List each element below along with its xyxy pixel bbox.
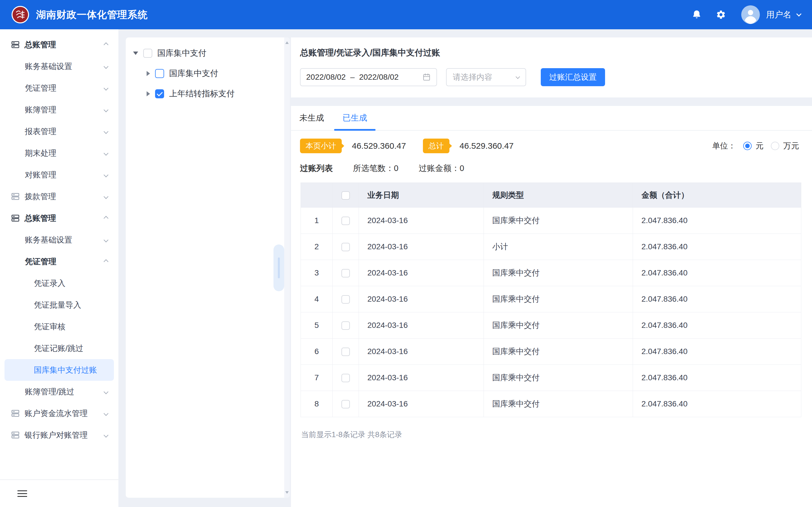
sidebar-item-12[interactable]: 凭证批量导入 bbox=[4, 294, 114, 316]
row-checkbox[interactable] bbox=[342, 243, 350, 251]
chevron-down-icon bbox=[104, 172, 109, 177]
unit-option-wanyuan[interactable]: 万元 bbox=[783, 140, 799, 151]
tree-panel: 国库集中支付国库集中支付上年结转指标支付 bbox=[126, 38, 290, 498]
row-checkbox[interactable] bbox=[342, 217, 350, 225]
sidebar-item-5[interactable]: 期末处理 bbox=[4, 142, 114, 164]
row-amount: 2.047.836.40 bbox=[633, 391, 801, 417]
tree-node-0: 国库集中支付 bbox=[126, 43, 290, 63]
menu-stack-icon bbox=[11, 192, 20, 201]
tree-caret-right-icon[interactable] bbox=[147, 71, 150, 76]
breadcrumb: 总账管理/凭证录入/国库集中支付过账 bbox=[300, 47, 801, 59]
chevron-down-icon[interactable] bbox=[796, 11, 801, 16]
tree-node-label[interactable]: 国库集中支付 bbox=[169, 68, 218, 79]
select-all-checkbox[interactable] bbox=[342, 191, 350, 200]
row-amount: 2.047.836.40 bbox=[633, 365, 801, 391]
row-select-cell bbox=[333, 286, 359, 313]
sidebar-item-3[interactable]: 账簿管理 bbox=[4, 99, 114, 121]
row-amount: 2.047.836.40 bbox=[633, 286, 801, 313]
chevron-down-icon bbox=[516, 74, 520, 79]
panel-drag-handle[interactable] bbox=[273, 244, 284, 291]
sidebar-item-10[interactable]: 凭证管理 bbox=[4, 251, 114, 272]
row-date: 2024-03-16 bbox=[359, 365, 484, 391]
filter-section: 总账管理/凭证录入/国库集中支付过账 2022/08/02 – 2022/08/… bbox=[291, 38, 812, 98]
tree-scrollbar[interactable] bbox=[284, 38, 290, 498]
avatar[interactable] bbox=[741, 5, 760, 24]
row-date: 2024-03-16 bbox=[359, 286, 484, 313]
row-rule: 国库乘中交付 bbox=[484, 339, 633, 365]
total-badge: 总计 bbox=[423, 138, 449, 153]
date-range-input[interactable]: 2022/08/02 – 2022/08/02 bbox=[300, 68, 437, 86]
tree-checkbox[interactable] bbox=[155, 89, 164, 98]
sidebar-item-15[interactable]: 国库集中支付过账 bbox=[4, 359, 114, 381]
sidebar-footer bbox=[0, 480, 118, 507]
content-select[interactable]: 请选择内容 bbox=[446, 68, 526, 86]
menu-stack-icon bbox=[11, 409, 20, 418]
sidebar-item-label: 账簿管理 bbox=[25, 105, 56, 115]
table-row-2: 22024-03-16小计2.047.836.40 bbox=[301, 234, 801, 260]
row-date: 2024-03-16 bbox=[359, 313, 484, 339]
tree-node-2: 上年结转指标支付 bbox=[126, 83, 290, 104]
row-checkbox[interactable] bbox=[342, 269, 350, 277]
tree-node-label[interactable]: 上年结转指标支付 bbox=[169, 88, 235, 100]
chevron-down-icon bbox=[104, 64, 109, 69]
tree-checkbox[interactable] bbox=[143, 49, 152, 58]
sidebar-item-2[interactable]: 凭证管理 bbox=[4, 77, 114, 99]
row-checkbox[interactable] bbox=[342, 374, 350, 382]
row-amount: 2.047.836.40 bbox=[633, 208, 801, 234]
unit-label: 单位： bbox=[712, 140, 736, 151]
row-select-cell bbox=[333, 339, 359, 365]
tree-checkbox[interactable] bbox=[155, 69, 164, 78]
sidebar-item-17[interactable]: 账户资金流水管理 bbox=[4, 402, 114, 424]
sidebar-item-11[interactable]: 凭证录入 bbox=[4, 272, 114, 294]
chevron-down-icon bbox=[104, 411, 109, 416]
sidebar-item-8[interactable]: 总账管理 bbox=[4, 207, 114, 229]
chevron-down-icon bbox=[104, 129, 109, 134]
sidebar-item-0[interactable]: 总账管理 bbox=[4, 34, 114, 55]
sidebar-item-18[interactable]: 银行账户对账管理 bbox=[4, 424, 114, 446]
collapse-menu-icon[interactable] bbox=[17, 489, 27, 499]
chevron-down-icon bbox=[104, 433, 109, 438]
table-header-row: 业务日期 规则类型 金额（合计） bbox=[301, 183, 801, 208]
sidebar-item-label: 凭证审核 bbox=[34, 321, 65, 332]
sidebar-item-9[interactable]: 账务基础设置 bbox=[4, 229, 114, 251]
row-checkbox[interactable] bbox=[342, 400, 350, 408]
row-checkbox[interactable] bbox=[342, 295, 350, 304]
unit-radio-yuan[interactable] bbox=[743, 142, 752, 150]
row-checkbox[interactable] bbox=[342, 321, 350, 330]
posting-table: 业务日期 规则类型 金额（合计） 12024-03-16国库乘中交付2.047.… bbox=[301, 182, 801, 417]
settings-gear-icon[interactable] bbox=[716, 10, 726, 20]
header-actions: 用户名 bbox=[677, 5, 801, 24]
sidebar-item-label: 账户资金流水管理 bbox=[24, 408, 88, 419]
unit-switch: 单位： 元 万元 bbox=[712, 140, 799, 151]
sidebar-item-13[interactable]: 凭证审核 bbox=[4, 316, 114, 337]
sidebar-item-label: 凭证记账/跳过 bbox=[34, 343, 84, 354]
unit-option-yuan[interactable]: 元 bbox=[756, 140, 763, 151]
sidebar-item-1[interactable]: 账务基础设置 bbox=[4, 55, 114, 77]
tree-node-1: 国库集中支付 bbox=[126, 63, 290, 83]
sidebar-item-14[interactable]: 凭证记账/跳过 bbox=[4, 337, 114, 359]
tree-caret-right-icon[interactable] bbox=[147, 91, 150, 96]
date-end: 2022/08/02 bbox=[359, 73, 399, 82]
sidebar-item-label: 凭证录入 bbox=[34, 278, 65, 289]
username[interactable]: 用户名 bbox=[766, 9, 792, 20]
tab-generated[interactable]: 已生成 bbox=[343, 106, 367, 130]
sidebar-item-4[interactable]: 报表管理 bbox=[4, 121, 114, 142]
posting-summary-settings-button[interactable]: 过账汇总设置 bbox=[541, 68, 605, 86]
notification-bell-icon[interactable] bbox=[692, 10, 702, 20]
row-select-cell bbox=[333, 313, 359, 339]
row-rule: 小计 bbox=[484, 234, 633, 260]
tree-caret-down-icon[interactable] bbox=[133, 52, 138, 55]
table-row-1: 12024-03-16国库乘中交付2.047.836.40 bbox=[301, 208, 801, 234]
row-checkbox[interactable] bbox=[342, 348, 350, 356]
sidebar-item-6[interactable]: 对账管理 bbox=[4, 164, 114, 186]
sidebar-item-7[interactable]: 拨款管理 bbox=[4, 186, 114, 207]
tree-node-label[interactable]: 国库集中支付 bbox=[157, 48, 206, 59]
sidebar-item-label: 国库集中支付过账 bbox=[34, 365, 97, 376]
sidebar-item-16[interactable]: 账簿管理/跳过 bbox=[4, 381, 114, 402]
row-date: 2024-03-16 bbox=[359, 208, 484, 234]
row-amount: 2.047.836.40 bbox=[633, 234, 801, 260]
tab-not-generated[interactable]: 未生成 bbox=[299, 106, 324, 130]
unit-radio-wanyuan[interactable] bbox=[771, 142, 779, 150]
row-amount: 2.047.836.40 bbox=[633, 260, 801, 286]
seal-logo-icon bbox=[11, 6, 29, 24]
